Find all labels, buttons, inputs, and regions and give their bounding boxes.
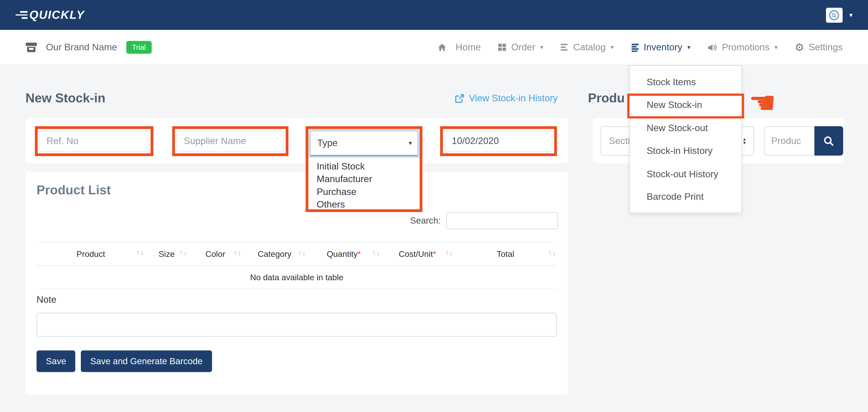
date-annotation-box <box>440 126 557 156</box>
main-nav: Home Order ▾ Catalog ▾ <box>437 42 843 53</box>
select-arrows-icon: ▴ ▾ <box>743 137 746 145</box>
supplier-annotation-box <box>172 126 288 156</box>
type-annotation-box: Type ▾ Initial Stock Manufacturer Purcha… <box>306 126 423 212</box>
sort-icon: ↑↓ <box>233 250 242 256</box>
refno-annotation-box <box>35 126 153 156</box>
brand-navbar: Our Brand Name Trial Home Order ▾ <box>0 30 868 65</box>
nav-label-inventory: Inventory <box>644 42 682 53</box>
brand-name: Our Brand Name <box>46 42 117 53</box>
menu-item-new-stock-out[interactable]: New Stock-out <box>630 117 742 140</box>
search-icon <box>823 135 834 147</box>
list-icon <box>631 43 639 52</box>
save-and-generate-barcode-button[interactable]: Save and Generate Barcode <box>81 351 212 372</box>
sort-icon: ↑↓ <box>372 250 380 256</box>
avatar-icon <box>829 10 840 20</box>
brand-block: Our Brand Name Trial <box>26 41 152 54</box>
search-label: Search: <box>410 216 441 225</box>
list-icon <box>560 43 569 51</box>
sort-icon: ↑↓ <box>548 250 556 256</box>
column-header-size[interactable]: Size↑↓ <box>145 242 188 265</box>
ref-no-input[interactable] <box>39 131 149 152</box>
app-logo: QUICKLY <box>16 8 85 22</box>
menu-item-stock-items[interactable]: Stock Items <box>630 71 742 94</box>
nav-label-promotions: Promotions <box>722 42 770 53</box>
date-input[interactable] <box>445 131 553 152</box>
nav-item-catalog[interactable]: Catalog ▾ <box>560 42 614 53</box>
nav-item-order[interactable]: Order ▾ <box>498 42 544 53</box>
type-option-others[interactable]: Others <box>310 198 418 211</box>
supplier-name-input[interactable] <box>177 131 284 152</box>
logo-text: QUICKLY <box>29 8 85 22</box>
nav-item-promotions[interactable]: Promotions ▾ <box>708 42 778 53</box>
table-header-row: Product↑↓ Size↑↓ Color↑↓ Category↑↓ Quan… <box>37 242 557 265</box>
nav-item-settings[interactable]: ⚙ Settings <box>795 42 842 53</box>
menu-item-stock-out-history[interactable]: Stock-out History <box>630 163 742 186</box>
grid-icon <box>498 43 507 51</box>
chevron-down-icon: ▾ <box>687 44 690 51</box>
page: QUICKLY ▾ Our Brand Name <box>0 0 868 412</box>
note-textarea[interactable] <box>37 313 557 337</box>
inventory-dropdown-menu: Stock Items New Stock-in New Stock-out S… <box>629 65 742 213</box>
save-button[interactable]: Save <box>37 351 75 372</box>
sort-icon: ↑↓ <box>298 250 306 256</box>
table-search-row: Search: <box>0 212 558 229</box>
top-navbar: QUICKLY ▾ <box>0 0 868 30</box>
sort-icon: ↑↓ <box>136 250 144 256</box>
history-link-label: View Stock-in History <box>469 93 558 104</box>
type-option-initial-stock[interactable]: Initial Stock <box>310 160 418 172</box>
type-option-manufacturer[interactable]: Manufacturer <box>310 172 418 185</box>
empty-table-message: No data available in table <box>37 265 557 289</box>
avatar <box>826 7 842 23</box>
sort-icon: ↑↓ <box>445 250 453 256</box>
type-options-list: Initial Stock Manufacturer Purchase Othe… <box>310 156 418 211</box>
menu-item-stock-in-history[interactable]: Stock-in History <box>630 140 742 163</box>
user-menu-button[interactable]: ▾ <box>826 7 852 23</box>
nav-item-home[interactable]: Home <box>437 42 481 53</box>
external-link-icon <box>455 93 464 103</box>
gear-icon: ⚙ <box>795 42 804 53</box>
nav-item-inventory[interactable]: Inventory ▾ <box>631 42 690 53</box>
home-icon <box>437 43 447 52</box>
speaker-icon <box>708 43 717 52</box>
product-table: Product↑↓ Size↑↓ Color↑↓ Category↑↓ Quan… <box>37 242 557 289</box>
menu-item-barcode-print[interactable]: Barcode Print <box>630 186 742 209</box>
empty-table-row: No data available in table <box>37 265 557 289</box>
column-header-cost-unit[interactable]: Cost/Unit*↑↓ <box>381 242 454 265</box>
column-header-product[interactable]: Product↑↓ <box>37 242 145 265</box>
nav-label-home: Home <box>456 42 480 53</box>
chevron-down-icon: ▾ <box>775 44 778 51</box>
product-search-input[interactable] <box>764 126 814 156</box>
product-search-button[interactable] <box>814 126 843 156</box>
chevron-down-icon: ▾ <box>540 44 544 51</box>
trial-badge: Trial <box>126 41 152 54</box>
type-select-value: Type <box>317 137 338 149</box>
products-panel-title: Produ <box>588 91 625 106</box>
product-list-title: Product List <box>37 183 111 198</box>
pointing-hand-icon: ☚ <box>748 87 776 118</box>
column-header-total[interactable]: Total↑↓ <box>454 242 557 265</box>
chevron-down-icon: ▾ <box>849 11 852 19</box>
nav-label-order: Order <box>511 42 535 53</box>
nav-label-settings: Settings <box>809 42 843 53</box>
type-select[interactable]: Type ▾ <box>310 131 418 156</box>
column-header-quantity[interactable]: Quantity*↑↓ <box>307 242 381 265</box>
column-header-color[interactable]: Color↑↓ <box>188 242 243 265</box>
sort-icon: ↑↓ <box>179 250 187 256</box>
note-label: Note <box>37 294 56 306</box>
page-title: New Stock-in <box>26 91 105 106</box>
search-input[interactable] <box>446 212 558 229</box>
chevron-down-icon: ▾ <box>409 139 412 147</box>
speed-lines-icon <box>16 11 28 19</box>
column-header-category[interactable]: Category↑↓ <box>243 242 307 265</box>
nav-label-catalog: Catalog <box>573 42 606 53</box>
menu-highlight-annotation-box <box>627 93 744 118</box>
store-icon <box>26 42 37 53</box>
product-search-group <box>764 126 843 156</box>
chevron-down-icon: ▾ <box>611 44 614 51</box>
view-stockin-history-link[interactable]: View Stock-in History <box>455 93 558 104</box>
type-option-purchase[interactable]: Purchase <box>310 186 418 198</box>
